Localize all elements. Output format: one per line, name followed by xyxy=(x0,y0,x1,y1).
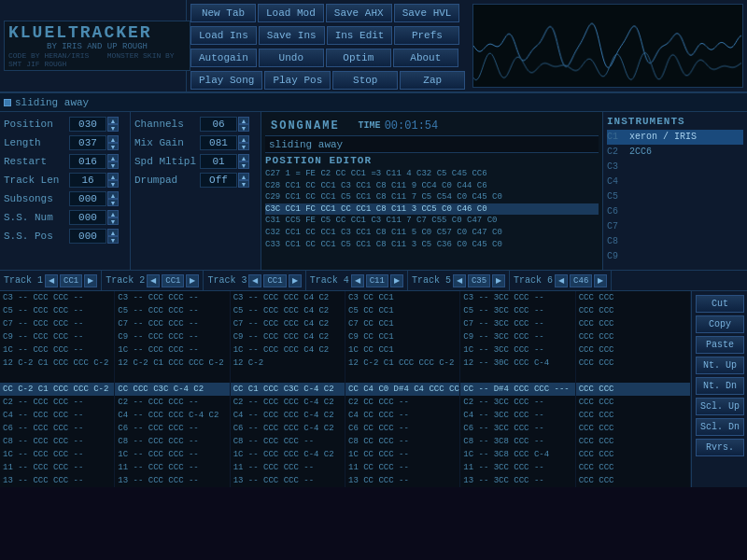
track-cell[interactable] xyxy=(460,370,574,383)
track-cell[interactable]: C7 CC CC1 xyxy=(345,317,459,330)
track-cell[interactable]: C4 -- CCC CCC -- xyxy=(0,409,114,422)
track-cell[interactable]: C7 -- CCC CCC C4 C2 xyxy=(231,317,345,330)
track-cell[interactable]: C2 -- CCC CCC C-4 C2 xyxy=(231,396,345,409)
stop-btn[interactable]: Stop xyxy=(332,71,398,90)
pos-editor-row[interactable]: C33 CC1 CC CC1 C5 CC1 C8 C11 3 C5 C36 C0… xyxy=(265,239,599,251)
track-cell[interactable]: CCC CCC xyxy=(576,461,690,474)
restart-dn-btn[interactable]: ▼ xyxy=(107,161,119,169)
track-cell[interactable]: 13 -- 3CC CCC -- xyxy=(460,474,574,487)
track-cell[interactable]: 1C -- CCC CCC -- xyxy=(115,343,229,357)
track-cell[interactable]: 1C -- CCC CCC -- xyxy=(0,448,114,461)
pos-editor-row[interactable]: C29 CC1 CC CC1 C5 CC1 C8 C11 7 C5 C54 C0… xyxy=(265,191,599,203)
instrument-item[interactable]: C7 xyxy=(607,219,743,234)
subsongs-up-btn[interactable]: ▲ xyxy=(107,191,119,199)
undo-btn[interactable]: Undo xyxy=(259,49,324,67)
prefs-btn[interactable]: Prefs xyxy=(394,26,459,45)
track-cell[interactable]: C8 -- CCC CCC -- xyxy=(0,435,114,448)
track-nav-left[interactable]: ◀ xyxy=(248,274,261,287)
track-cell[interactable]: C7 -- 3CC CCC -- xyxy=(460,317,574,330)
load-mod-btn[interactable]: Load Mod xyxy=(258,4,324,22)
track-cell[interactable]: 12 -- 30C CCC C-4 xyxy=(460,357,574,370)
track-cell[interactable]: 1C -- CCC CCC -- xyxy=(0,343,114,357)
track-cell[interactable]: CC CCC C3C C-4 C2 xyxy=(115,383,229,396)
track-cell[interactable]: CCC CCC xyxy=(576,422,690,435)
ins-edit-btn[interactable]: Ins Edit xyxy=(327,26,393,45)
track-cell[interactable]: CCC CCC xyxy=(576,383,690,396)
nt-up-btn[interactable]: Nt. Up xyxy=(696,357,744,374)
sspos-up-btn[interactable]: ▲ xyxy=(107,229,119,236)
track-cell[interactable]: CC C1 CCC C3C C-4 C2 xyxy=(231,383,345,396)
tracklen-up-btn[interactable]: ▲ xyxy=(107,173,119,180)
track-cell[interactable]: 1C CC CC1 xyxy=(345,343,459,357)
track-cell[interactable] xyxy=(576,370,690,383)
track-cell[interactable]: 1C CC CCC -- xyxy=(345,448,459,461)
autogain-btn[interactable]: Autogain xyxy=(190,49,257,67)
instrument-item[interactable]: C1xeron / IRIS xyxy=(607,130,743,145)
track-nav-left[interactable]: ◀ xyxy=(45,274,58,287)
save-hvl-btn[interactable]: Save HVL xyxy=(394,4,460,22)
track-cell[interactable]: 13 CC CCC -- xyxy=(345,474,459,487)
subsongs-dn-btn[interactable]: ▼ xyxy=(107,199,119,206)
track-cell[interactable]: 11 -- CCC CCC -- xyxy=(0,461,114,474)
track-cell[interactable]: CCC CCC xyxy=(576,343,690,357)
track-nav-right[interactable]: ▶ xyxy=(492,274,505,287)
track-cell[interactable]: C3 CC CC1 xyxy=(345,291,459,304)
optim-btn[interactable]: Optim xyxy=(326,49,391,67)
track-cell[interactable]: C3 -- CCC CCC C4 C2 xyxy=(231,291,345,304)
track-cell[interactable]: 1C -- CCC CCC C-4 C2 xyxy=(231,448,345,461)
pos-editor-row[interactable]: C32 CC1 CC CC1 C3 CC1 C8 C11 5 C0 C57 C0… xyxy=(265,227,599,239)
track-cell[interactable]: C5 CC CC1 xyxy=(345,304,459,317)
track-cell[interactable]: CCC CCC xyxy=(576,448,690,461)
mixgain-dn-btn[interactable]: ▼ xyxy=(238,143,249,150)
ssnum-dn-btn[interactable]: ▼ xyxy=(107,217,119,225)
track-nav-left[interactable]: ◀ xyxy=(147,274,160,287)
channels-dn-btn[interactable]: ▼ xyxy=(238,124,249,132)
instrument-item[interactable]: C22CC6 xyxy=(607,145,743,160)
track-cell[interactable]: C9 -- CCC CCC -- xyxy=(115,330,229,343)
track-cell[interactable]: CC C4 C0 D#4 C4 CCC CCC --- xyxy=(345,383,459,396)
track-cell[interactable]: C2 -- 3CC CCC -- xyxy=(460,396,574,409)
track-cell[interactable]: 1C -- 3C8 CCC C-4 xyxy=(460,448,574,461)
track-cell[interactable] xyxy=(345,370,459,383)
new-tab-btn[interactable]: New Tab xyxy=(190,4,256,22)
ssnum-up-btn[interactable]: ▲ xyxy=(107,210,119,217)
track-cell[interactable]: C2 -- CCC CCC -- xyxy=(115,396,229,409)
track-cell[interactable]: 12 C-2 xyxy=(231,357,345,370)
track-cell[interactable]: 11 CC CCC -- xyxy=(345,461,459,474)
nt-dn-btn[interactable]: Nt. Dn xyxy=(696,377,744,395)
track-nav-right[interactable]: ▶ xyxy=(594,274,607,287)
track-cell[interactable]: C4 -- CCC CCC C-4 C2 xyxy=(231,409,345,422)
track-cell[interactable]: 11 -- CCC CCC -- xyxy=(115,461,229,474)
save-ahx-btn[interactable]: Save AHX xyxy=(326,4,392,22)
pos-editor-row[interactable]: C31 CC5 FE C5 CC CC1 C3 C11 7 C7 C55 C0 … xyxy=(265,215,599,227)
track-cell[interactable]: CC -- D#4 CCC CCC --- xyxy=(460,383,574,396)
pos-editor-row[interactable]: C27 1 = FE C2 CC CC1 =3 C11 4 C32 C5 C45… xyxy=(265,168,599,180)
track-cell[interactable]: CCC CCC xyxy=(576,474,690,487)
rvrs-btn[interactable]: Rvrs. xyxy=(696,439,744,456)
track-cell[interactable]: C8 -- CCC CCC -- xyxy=(231,435,345,448)
track-nav-right[interactable]: ▶ xyxy=(390,274,403,287)
track-cell[interactable]: CCC CCC xyxy=(576,330,690,343)
track-cell[interactable]: 1C -- CCC CCC -- xyxy=(115,448,229,461)
track-cell[interactable] xyxy=(115,370,229,383)
track-nav-right[interactable]: ▶ xyxy=(186,274,199,287)
track-cell[interactable]: C4 -- CCC CCC C-4 C2 xyxy=(115,409,229,422)
track-cell[interactable]: 13 -- CCC CCC -- xyxy=(0,474,114,487)
track-cell[interactable]: 12 C-2 C1 CCC CCC C-2 C1 xyxy=(0,357,114,370)
zap-btn[interactable]: Zap xyxy=(400,71,465,90)
instrument-item[interactable]: C5 xyxy=(607,189,743,204)
track-cell[interactable]: CC C-2 C1 CCC CCC C-2 C1 xyxy=(0,383,114,396)
position-up-btn[interactable]: ▲ xyxy=(107,117,119,124)
track-cell[interactable]: C6 -- CCC CCC -- xyxy=(0,422,114,435)
track-cell[interactable] xyxy=(231,370,345,383)
load-ins-btn[interactable]: Load Ins xyxy=(190,26,257,45)
scl-up-btn[interactable]: Scl. Up xyxy=(696,398,744,415)
about-btn[interactable]: About xyxy=(393,49,458,67)
play-song-btn[interactable]: Play Song xyxy=(190,71,262,90)
track-cell[interactable]: 12 C-2 C1 CCC CCC C-2 xyxy=(345,357,459,370)
track-cell[interactable]: CCC CCC xyxy=(576,396,690,409)
track-cell[interactable]: 13 -- CCC CCC -- xyxy=(115,474,229,487)
track-cell[interactable]: C9 CC CC1 xyxy=(345,330,459,343)
track-cell[interactable]: C4 CC CCC -- xyxy=(345,409,459,422)
track-cell[interactable]: C6 -- CCC CCC -- xyxy=(115,422,229,435)
